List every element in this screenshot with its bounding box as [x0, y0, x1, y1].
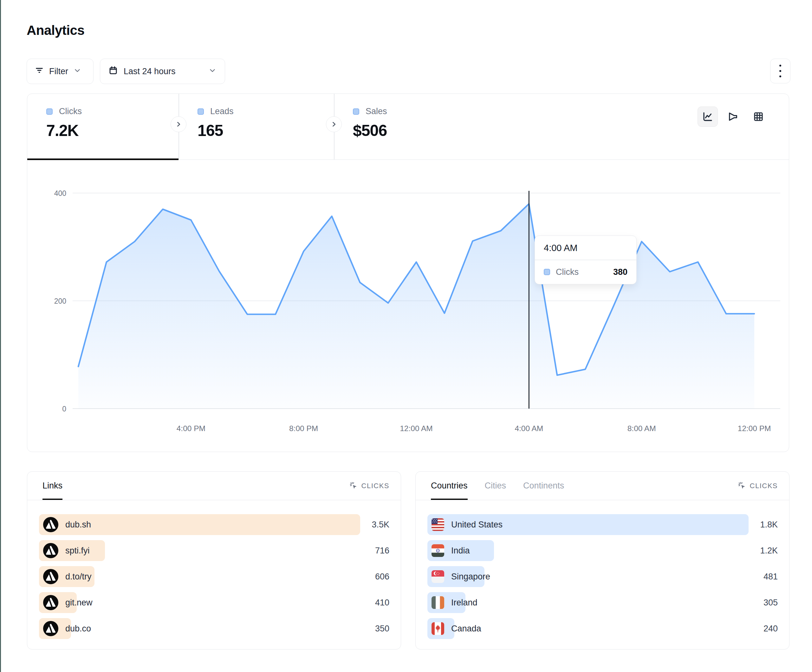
country-row[interactable]: Canada240 [427, 618, 778, 639]
stat-label: Leads [210, 106, 234, 116]
row-value: 350 [360, 624, 389, 634]
leads-series-chip [198, 108, 204, 115]
row-value: 410 [360, 598, 389, 608]
chart-tooltip: 4:00 AM Clicks 380 [535, 235, 637, 284]
links-panel: Links CLICKS dub.sh3.5Kspti.fyi716d.to/t… [27, 471, 401, 650]
chart-canvas: 02004004:00 PM8:00 PM12:00 AM4:00 AM8:00… [27, 160, 788, 451]
link-row[interactable]: d.to/try606 [39, 566, 389, 587]
country-row[interactable]: India1.2K [427, 540, 778, 561]
stat-tab-clicks[interactable]: Clicks 7.2K [27, 94, 179, 159]
stat-label: Sales [365, 106, 387, 116]
row-label: spti.fyi [65, 546, 90, 556]
dub-logo-icon [43, 569, 58, 584]
table-view-button[interactable] [748, 106, 769, 127]
x-axis-label: 8:00 PM [289, 424, 318, 433]
date-range-button[interactable]: Last 24 hours [100, 59, 225, 84]
row-value: 305 [749, 598, 778, 608]
stat-label: Clicks [59, 106, 82, 116]
expand-leads-button[interactable] [326, 116, 342, 132]
dub-logo-icon [43, 595, 58, 610]
countries-metric-header[interactable]: CLICKS [738, 481, 778, 490]
funnel-chart-view-button[interactable] [723, 106, 743, 127]
clicks-timeseries-chart[interactable]: 02004004:00 PM8:00 PM12:00 AM4:00 AM8:00… [27, 160, 788, 451]
link-row[interactable]: dub.co350 [39, 618, 389, 639]
row-value: 3.5K [360, 520, 389, 530]
row-label: India [451, 546, 470, 556]
dub-logo-icon [43, 569, 58, 584]
line-chart-icon [702, 111, 713, 122]
country-row[interactable]: United States1.8K [427, 514, 778, 535]
row-value: 1.2K [749, 546, 778, 556]
countries-panel-header: CountriesCitiesContinents CLICKS [416, 472, 789, 500]
links-metric-header[interactable]: CLICKS [350, 481, 389, 490]
countries-metric-label: CLICKS [750, 482, 778, 490]
stats-tab-row: Clicks 7.2K Leads 165 [27, 94, 789, 160]
grid-table-icon [753, 111, 764, 122]
y-axis-label: 200 [54, 297, 66, 305]
x-axis-label: 12:00 PM [738, 424, 771, 433]
window-edge-strip [0, 0, 1, 672]
cursor-click-icon [350, 481, 358, 490]
stat-value: $506 [353, 121, 489, 140]
country-row[interactable]: Singapore481 [427, 566, 778, 587]
stat-tab-sales[interactable]: Sales $506 [334, 94, 489, 159]
kebab-menu-icon [780, 65, 781, 77]
chevron-right-icon [174, 120, 183, 128]
country-row[interactable]: Ireland305 [427, 592, 778, 613]
row-value: 1.8K [749, 520, 778, 530]
filter-button[interactable]: Filter [27, 59, 94, 84]
countries-panel: CountriesCitiesContinents CLICKS United … [415, 471, 790, 650]
chart-area-fill [78, 204, 754, 409]
line-chart-view-button[interactable] [698, 106, 718, 127]
stat-tab-leads[interactable]: Leads 165 [179, 94, 334, 159]
dub-logo-icon [43, 595, 58, 610]
sg-flag-icon [432, 570, 444, 583]
funnel-chart-icon [727, 111, 739, 122]
row-value: 481 [749, 572, 778, 582]
countries-rows: United States1.8KIndia1.2KSingapore481Ir… [416, 500, 789, 639]
ca-flag-icon [432, 622, 444, 635]
calendar-icon [108, 66, 118, 77]
more-options-button[interactable] [770, 59, 790, 84]
x-axis-label: 4:00 PM [177, 424, 205, 433]
sales-series-chip [353, 108, 359, 115]
tooltip-value: 380 [613, 267, 628, 277]
row-value: 716 [360, 546, 389, 556]
link-row[interactable]: git.new410 [39, 592, 389, 613]
tab-continents[interactable]: Continents [523, 472, 564, 500]
dub-logo-icon [43, 543, 58, 558]
links-panel-header: Links CLICKS [27, 472, 401, 500]
row-label: d.to/try [65, 572, 92, 582]
clicks-series-chip [46, 108, 53, 115]
dub-logo-icon [43, 517, 58, 532]
tab-links[interactable]: Links [43, 472, 63, 500]
filter-icon [34, 66, 44, 77]
row-value: 606 [360, 572, 389, 582]
tab-countries[interactable]: Countries [431, 472, 467, 500]
chevron-down-icon [73, 66, 82, 77]
row-label: Ireland [451, 598, 478, 608]
ie-flag-icon [432, 596, 444, 609]
row-label: dub.co [65, 624, 91, 634]
countries-tabs: CountriesCitiesContinents [431, 472, 564, 500]
date-range-label: Last 24 hours [124, 67, 176, 77]
stat-value: 7.2K [46, 121, 179, 140]
tooltip-series-chip [544, 269, 550, 275]
in-flag-icon [432, 544, 444, 557]
analytics-chart-card: Clicks 7.2K Leads 165 [27, 94, 789, 452]
page-title: Analytics [27, 23, 84, 38]
tab-cities[interactable]: Cities [485, 472, 507, 500]
row-label: git.new [65, 598, 92, 608]
dub-logo-icon [43, 543, 58, 558]
row-value: 240 [749, 624, 778, 634]
tooltip-time: 4:00 AM [535, 236, 636, 259]
expand-clicks-button[interactable] [171, 116, 186, 132]
link-row[interactable]: dub.sh3.5K [39, 514, 389, 535]
y-axis-label: 400 [54, 189, 66, 198]
x-axis-label: 4:00 AM [515, 424, 543, 433]
stat-value: 165 [198, 121, 334, 140]
us-flag-icon [432, 518, 444, 531]
link-row[interactable]: spti.fyi716 [39, 540, 389, 561]
row-label: dub.sh [65, 520, 91, 530]
x-axis-label: 12:00 AM [400, 424, 433, 433]
